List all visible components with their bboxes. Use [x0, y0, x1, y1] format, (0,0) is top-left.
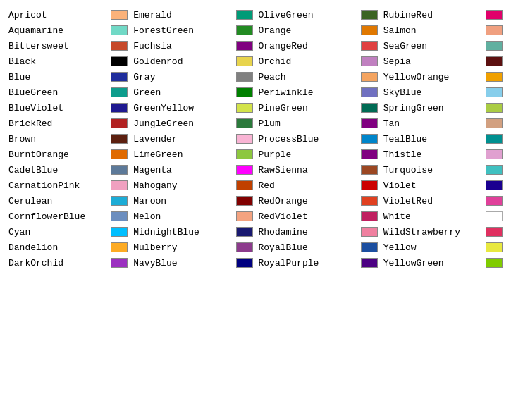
- color-name-label: Fuchsia: [133, 41, 233, 51]
- color-name-label: NavyBlue: [133, 258, 233, 268]
- color-swatch: [361, 25, 378, 35]
- color-name-label: Purple: [259, 149, 358, 160]
- list-item: RoyalBlue: [256, 240, 381, 255]
- list-item: OrangeRed: [256, 38, 381, 54]
- color-name-label: SpringGreen: [383, 103, 483, 113]
- list-item: Peach: [256, 69, 381, 85]
- color-swatch: [361, 10, 378, 20]
- color-name-label: BlueViolet: [8, 103, 108, 113]
- color-name-label: BrickRed: [8, 118, 108, 129]
- color-name-label: CornflowerBlue: [8, 211, 108, 222]
- list-item: Cerulean: [6, 193, 130, 209]
- list-item: Mulberry: [130, 240, 255, 255]
- color-swatch: [361, 165, 378, 175]
- color-name-label: OliveGreen: [259, 10, 358, 20]
- color-swatch: [111, 180, 128, 190]
- list-item: Magenta: [130, 162, 255, 178]
- color-swatch: [361, 56, 378, 66]
- list-item: Cyan: [6, 224, 130, 240]
- list-item: OliveGreen: [256, 7, 381, 23]
- color-name-label: Turquoise: [383, 165, 483, 175]
- list-item: Bittersweet: [6, 38, 130, 54]
- color-swatch: [486, 258, 503, 268]
- color-name-label: Red: [259, 180, 358, 191]
- color-name-label: DarkOrchid: [8, 258, 108, 268]
- color-name-label: RawSienna: [259, 165, 358, 175]
- color-swatch: [361, 211, 378, 221]
- color-name-label: WildStrawberry: [383, 227, 483, 237]
- color-name-label: YellowGreen: [383, 258, 483, 268]
- list-item: Sepia: [381, 54, 505, 69]
- color-swatch: [236, 41, 253, 51]
- color-swatch: [236, 149, 253, 159]
- color-name-label: Emerald: [133, 10, 233, 20]
- list-item: Orchid: [256, 54, 381, 69]
- list-item: GreenYellow: [130, 100, 255, 116]
- color-swatch: [486, 227, 503, 237]
- list-item: Orange: [256, 23, 381, 38]
- color-name-label: BlueGreen: [8, 87, 108, 98]
- color-swatch: [486, 25, 503, 35]
- color-name-label: Yellow: [383, 242, 483, 253]
- color-swatch: [236, 10, 253, 20]
- color-name-label: MidnightBlue: [133, 227, 233, 237]
- color-swatch: [111, 87, 128, 97]
- list-item: MidnightBlue: [130, 224, 255, 240]
- list-item: BlueGreen: [6, 85, 130, 100]
- color-swatch: [111, 258, 128, 268]
- color-swatch: [486, 134, 503, 144]
- list-item: Mahogany: [130, 178, 255, 193]
- color-swatch: [111, 242, 128, 252]
- color-swatch: [486, 196, 503, 206]
- list-item: SeaGreen: [381, 38, 505, 54]
- color-swatch: [361, 180, 378, 190]
- list-item: RedViolet: [256, 209, 381, 224]
- list-item: Goldenrod: [130, 54, 255, 69]
- list-item: WildStrawberry: [381, 224, 505, 240]
- color-name-label: CarnationPink: [8, 180, 108, 191]
- list-item: Turquoise: [381, 162, 505, 178]
- color-name-label: RedViolet: [259, 211, 358, 222]
- color-name-label: Mahogany: [133, 180, 233, 191]
- color-swatch: [111, 103, 128, 113]
- color-column-1: EmeraldForestGreenFuchsiaGoldenrodGrayGr…: [130, 7, 255, 271]
- color-name-label: Thistle: [383, 149, 483, 160]
- list-item: Aquamarine: [6, 23, 130, 38]
- color-swatch: [111, 118, 128, 128]
- list-item: Violet: [381, 178, 505, 193]
- color-swatch: [111, 10, 128, 20]
- color-name-label: Periwinkle: [259, 87, 358, 98]
- list-item: BrickRed: [6, 116, 130, 131]
- color-swatch: [361, 258, 378, 268]
- color-name-label: RoyalBlue: [259, 242, 358, 253]
- color-name-label: Violet: [383, 180, 483, 191]
- color-name-label: BurntOrange: [8, 149, 108, 160]
- list-item: SpringGreen: [381, 100, 505, 116]
- color-swatch: [486, 149, 503, 159]
- color-swatch: [361, 227, 378, 237]
- list-item: CadetBlue: [6, 162, 130, 178]
- list-item: RubineRed: [381, 7, 505, 23]
- color-name-label: LimeGreen: [133, 149, 233, 160]
- color-swatch: [236, 196, 253, 206]
- list-item: Brown: [6, 131, 130, 147]
- color-swatch: [236, 25, 253, 35]
- color-swatch: [361, 103, 378, 113]
- list-item: ProcessBlue: [256, 131, 381, 147]
- color-name-label: Cyan: [8, 227, 108, 237]
- color-swatch: [236, 103, 253, 113]
- color-column-0: ApricotAquamarineBittersweetBlackBlueBlu…: [6, 7, 130, 271]
- color-swatch: [361, 134, 378, 144]
- list-item: Plum: [256, 116, 381, 131]
- color-swatch: [236, 165, 253, 175]
- color-swatch: [486, 242, 503, 252]
- color-name-label: Tan: [383, 118, 483, 129]
- list-item: White: [381, 209, 505, 224]
- color-name-label: Black: [8, 56, 108, 67]
- color-swatch: [236, 211, 253, 221]
- color-swatch: [111, 149, 128, 159]
- list-item: Red: [256, 178, 381, 193]
- color-name-label: Salmon: [383, 25, 483, 36]
- color-name-label: Plum: [259, 118, 358, 129]
- list-item: VioletRed: [381, 193, 505, 209]
